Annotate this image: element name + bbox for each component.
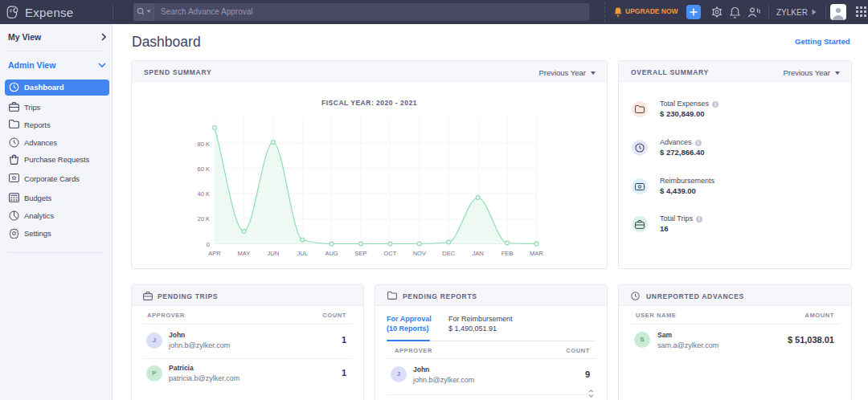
svg-text:60 K: 60 K [198,165,210,173]
svg-text:NOV: NOV [413,250,426,257]
svg-text:20 K: 20 K [198,215,210,222]
svg-text:80 K: 80 K [198,141,210,148]
svg-text:JUN: JUN [268,250,280,257]
svg-text:AUG: AUG [325,250,338,257]
svg-text:SEP: SEP [354,250,366,257]
svg-text:40 K: 40 K [198,190,210,198]
svg-text:FEB: FEB [502,250,514,257]
svg-text:MAR: MAR [530,250,543,257]
svg-text:JUL: JUL [297,250,308,257]
svg-text:0: 0 [207,241,210,248]
svg-text:MAY: MAY [238,250,251,257]
svg-text:DEC: DEC [442,250,455,257]
svg-text:JAN: JAN [473,250,484,257]
svg-text:APR: APR [208,250,221,257]
svg-text:OCT: OCT [383,250,396,257]
